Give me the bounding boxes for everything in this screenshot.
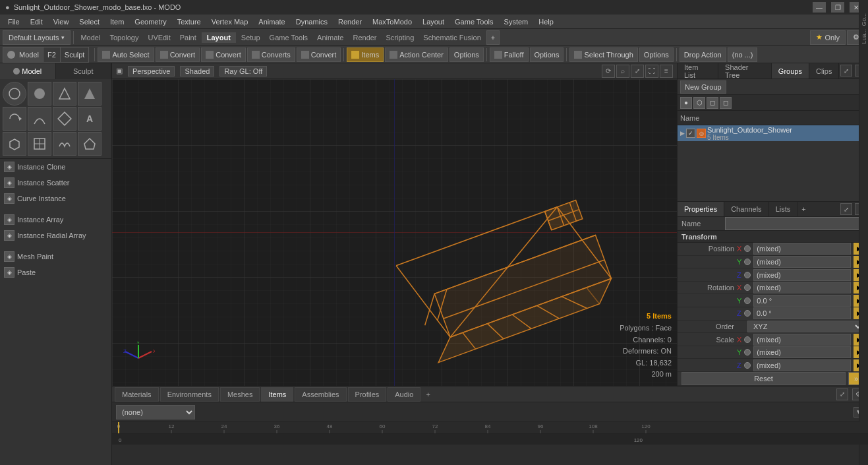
maximize-button[interactable]: ❐ [831, 2, 844, 13]
menu-render[interactable]: Render [333, 16, 367, 27]
action-center-button[interactable]: Action Center [385, 47, 448, 62]
tool-rotate[interactable] [3, 107, 26, 131]
menu-view[interactable]: View [48, 16, 74, 27]
new-group-button[interactable]: New Group [680, 80, 726, 94]
tool-text[interactable]: A [78, 107, 101, 131]
falloff-button[interactable]: Falloff [490, 47, 529, 62]
viewport-canvas[interactable]: 5 Items Polygons : Face Channels: 0 Defo… [112, 79, 677, 386]
viewport-fit-btn[interactable]: ⤢ [631, 65, 644, 78]
scale-z-input[interactable] [753, 359, 851, 371]
tool-paste[interactable]: ◈ Paste [0, 264, 111, 280]
tab-game-tools[interactable]: Game Tools [266, 34, 312, 42]
bottom-tab-audio[interactable]: Audio [388, 387, 420, 402]
tab-setup[interactable]: Setup [237, 34, 264, 42]
star-only-button[interactable]: ★ Only [810, 30, 846, 45]
props-tab-properties[interactable]: Properties [678, 202, 724, 216]
order-dropdown[interactable]: XYZ XZY YXZ YZX ZXY ZYX [747, 321, 864, 332]
props-tab-lists[interactable]: Lists [769, 202, 798, 216]
tab-paint[interactable]: Paint [176, 34, 200, 42]
scale-x-input[interactable] [753, 334, 851, 346]
tool-instance-clone[interactable]: ◈ Instance Clone [0, 159, 111, 175]
name-input[interactable]: (mixed) [725, 217, 864, 230]
tool-mesh-paint[interactable]: ◈ Mesh Paint [0, 249, 111, 264]
viewport-zoom-btn[interactable]: ⌕ [616, 65, 629, 78]
tool-quad[interactable] [53, 107, 76, 131]
tool-instance-array[interactable]: ◈ Instance Array [0, 212, 111, 228]
tool-curve[interactable] [28, 107, 51, 131]
tool-circle[interactable] [3, 82, 26, 106]
left-tab-model[interactable]: Model [0, 63, 56, 79]
options-button-1[interactable]: Options [449, 47, 484, 62]
position-y-input[interactable] [753, 256, 851, 268]
rotation-z-input[interactable] [753, 307, 851, 319]
bottom-tab-materials[interactable]: Materials [115, 387, 159, 402]
props-expand-btn[interactable]: ⤢ [840, 203, 852, 215]
menu-texture[interactable]: Texture [172, 16, 206, 27]
tool-mesh[interactable] [3, 132, 26, 156]
tool-grid[interactable] [28, 132, 51, 156]
menu-select[interactable]: Select [74, 16, 105, 27]
tool-bump[interactable] [53, 132, 76, 156]
group-icon-1[interactable]: ● [680, 97, 692, 109]
menu-item[interactable]: Item [105, 16, 129, 27]
convert-button-3[interactable]: Convert [297, 47, 341, 62]
group-checkbox[interactable]: ✓ [686, 129, 695, 138]
minimize-button[interactable]: — [813, 2, 826, 13]
left-tab-sculpt[interactable]: Sculpt [56, 63, 112, 79]
mode-tab-f2[interactable]: F2 [43, 47, 60, 62]
tool-cone[interactable] [53, 82, 76, 106]
props-tab-channels[interactable]: Channels [724, 202, 768, 216]
items-filter-select[interactable]: (none) [116, 405, 195, 419]
bottom-tab-environments[interactable]: Environments [160, 387, 219, 402]
viewport-rotate-btn[interactable]: ⟳ [602, 65, 615, 78]
menu-system[interactable]: System [499, 16, 534, 27]
menu-vertex-map[interactable]: Vertex Map [206, 16, 254, 27]
bottom-tab-meshes[interactable]: Meshes [220, 387, 260, 402]
menu-maxtomodo[interactable]: MaxToModo [367, 16, 417, 27]
bottom-tab-items[interactable]: Items [261, 387, 293, 402]
bottom-expand-btn[interactable]: ⤢ [836, 388, 848, 400]
options-button-3[interactable]: Options [639, 47, 674, 62]
convert-button-1[interactable]: Convert [156, 47, 200, 62]
tab-render[interactable]: Render [349, 34, 380, 42]
viewport-fullscreen-btn[interactable]: ⛶ [645, 65, 658, 78]
viewport-expand-icon[interactable]: ▣ [116, 67, 123, 75]
select-through-button[interactable]: Select Through [569, 47, 637, 62]
tool-bevel[interactable] [78, 132, 101, 156]
add-tab-button[interactable]: + [486, 30, 500, 45]
bottom-tab-add[interactable]: + [422, 390, 434, 398]
group-icon-2[interactable]: ⬡ [693, 97, 705, 109]
rp-tab-clips[interactable]: Clips [809, 63, 839, 78]
menu-game-tools[interactable]: Game Tools [449, 16, 499, 27]
menu-help[interactable]: Help [533, 16, 559, 27]
tool-instance-radial-array[interactable]: ◈ Instance Radial Array [0, 228, 111, 243]
position-x-input[interactable] [753, 243, 851, 255]
shading-button[interactable]: Shaded [180, 66, 214, 77]
rp-tab-item-list[interactable]: Item List [678, 63, 718, 78]
group-icon-3[interactable]: ◻ [707, 97, 718, 109]
options-button-2[interactable]: Options [530, 47, 564, 62]
position-z-input[interactable] [753, 269, 851, 281]
tab-animate[interactable]: Animate [313, 34, 347, 42]
no-action-button[interactable]: (no ...) [728, 47, 758, 62]
reset-button[interactable]: Reset [681, 372, 846, 385]
props-tab-add[interactable]: + [797, 202, 809, 216]
mode-tab-sculpt[interactable]: Sculpt [60, 47, 89, 62]
menu-geometry[interactable]: Geometry [129, 16, 171, 27]
ray-gl-button[interactable]: Ray GL: Off [219, 66, 267, 77]
rp-tab-groups[interactable]: Groups [772, 63, 809, 78]
scale-y-input[interactable] [753, 346, 851, 358]
group-row-shower[interactable]: ▶ ✓ ◎ Sunlight_Outdoor_Shower 5 Items [678, 125, 868, 141]
bottom-tab-profiles[interactable]: Profiles [348, 387, 387, 402]
rotation-x-input[interactable] [753, 282, 851, 294]
perspective-button[interactable]: Perspective [128, 66, 175, 77]
menu-animate[interactable]: Animate [253, 16, 290, 27]
menu-layout[interactable]: Layout [417, 16, 449, 27]
menu-dynamics[interactable]: Dynamics [291, 16, 333, 27]
tab-uvedit[interactable]: UVEdit [144, 34, 174, 42]
menu-edit[interactable]: Edit [25, 16, 48, 27]
bottom-tab-assemblies[interactable]: Assemblies [295, 387, 346, 402]
rp-expand-btn[interactable]: ⤢ [840, 65, 852, 77]
viewport-menu-btn[interactable]: ≡ [660, 65, 673, 78]
tab-scripting[interactable]: Scripting [382, 34, 419, 42]
